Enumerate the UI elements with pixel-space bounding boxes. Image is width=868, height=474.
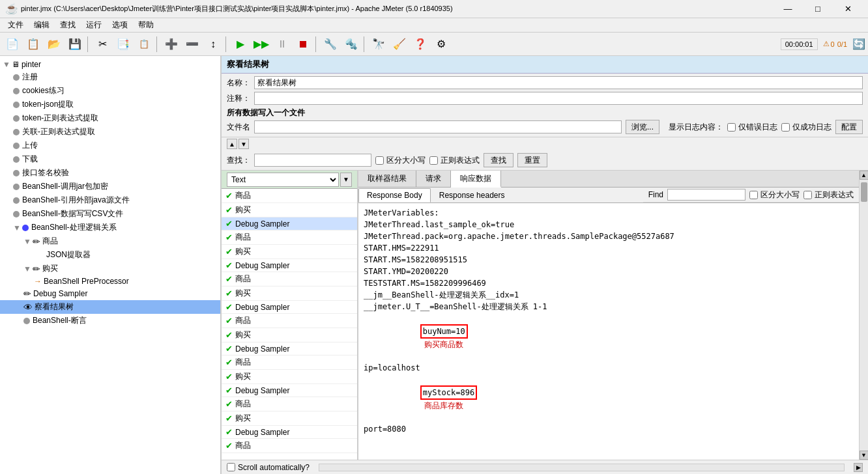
tab-sampler-result[interactable]: 取样器结果 <box>358 171 416 187</box>
find-case-checkbox[interactable] <box>749 191 758 199</box>
config-button[interactable]: 配置 <box>835 120 863 134</box>
close-button[interactable]: ✕ <box>833 0 863 18</box>
list-item[interactable]: ✔ Debug Sampler <box>222 426 357 439</box>
list-item[interactable]: ✔ 商品 <box>222 230 357 245</box>
menu-item-edit[interactable]: 编辑 <box>29 18 55 32</box>
tree-item-download[interactable]: 下载 <box>0 152 220 166</box>
paste-button[interactable]: 📋 <box>134 35 154 53</box>
hscroll-right-btn[interactable]: ▶ <box>854 463 863 472</box>
horizontal-scrollbar[interactable] <box>319 464 845 471</box>
list-item[interactable]: ✔ Debug Sampler <box>222 301 357 314</box>
search-button[interactable]: 查找 <box>484 153 514 167</box>
tab-request[interactable]: 请求 <box>416 171 451 187</box>
regex-checkbox[interactable] <box>429 156 438 165</box>
maximize-button[interactable]: □ <box>803 0 833 18</box>
settings-btn[interactable]: ⚙ <box>431 35 451 53</box>
list-item[interactable]: ✔ 商品 <box>222 439 357 453</box>
expand-button[interactable]: ➕ <box>162 35 181 53</box>
result-check-icon: ✔ <box>225 219 233 229</box>
list-item[interactable]: ✔ 商品 <box>222 314 357 328</box>
file-input[interactable] <box>254 120 622 133</box>
tree-item-buy[interactable]: ▼ ✏ 购买 <box>0 262 220 275</box>
list-item[interactable]: ✔ 购买 <box>222 245 357 259</box>
comment-input[interactable] <box>254 92 863 105</box>
menu-item-search[interactable]: 查找 <box>55 18 81 32</box>
view-type-select[interactable]: Text HTML JSON XML RegExp Tester <box>227 173 339 187</box>
list-item[interactable]: ✔ Debug Sampler <box>222 384 357 397</box>
find-input[interactable] <box>667 189 745 201</box>
open-button[interactable]: 📂 <box>44 35 64 53</box>
new-button[interactable]: 📄 <box>3 35 22 53</box>
scroll-thumb[interactable] <box>861 182 867 202</box>
browse-button[interactable]: 浏览... <box>626 120 659 134</box>
remote-run-button[interactable]: 🔧 <box>321 35 340 53</box>
tree-item-beanshell-jar[interactable]: BeanShell-调用jar包加密 <box>0 180 220 193</box>
list-item[interactable]: ✔ 商品 <box>222 397 357 411</box>
tree-item-token-regex[interactable]: token-正则表达式提取 <box>0 111 220 125</box>
tree-item-pinter[interactable]: ▼ 🖥 pinter <box>0 59 220 70</box>
tree-item-debug-sampler[interactable]: ✏ Debug Sampler <box>0 287 220 300</box>
run-button[interactable]: ▶ <box>231 35 250 53</box>
search-input[interactable] <box>254 154 371 167</box>
save-button[interactable]: 💾 <box>65 35 85 53</box>
toggle-button[interactable]: ↕ <box>203 35 223 53</box>
list-item[interactable]: ✔ 商品 <box>222 189 357 203</box>
scroll-top-btn[interactable]: ▲ <box>860 171 869 180</box>
tree-item-results-tree[interactable]: 👁 察看结果树 <box>0 300 220 314</box>
pause-button[interactable]: ⏸ <box>272 35 292 53</box>
tree-item-signature[interactable]: 接口签名校验 <box>0 166 220 180</box>
menu-item-options[interactable]: 选项 <box>107 18 133 32</box>
find-regex-checkbox[interactable] <box>803 191 812 199</box>
tree-item-beanshell-assert[interactable]: BeanShell-断言 <box>0 314 220 328</box>
tree-item-upload[interactable]: 上传 <box>0 139 220 152</box>
sub-tab-response-headers[interactable]: Response headers <box>431 188 514 202</box>
list-item[interactable]: ✔ 购买 <box>222 203 357 217</box>
tree-item-beanshell-csv[interactable]: BeanShell-数据写写CSV文件 <box>0 207 220 221</box>
tab-response-data[interactable]: 响应数据 <box>451 171 501 188</box>
only-success-checkbox[interactable] <box>781 123 790 132</box>
result-label: Debug Sampler <box>235 219 289 229</box>
tree-item-beanshell-java[interactable]: BeanShell-引用外部java源文件 <box>0 193 220 207</box>
tree-item-beanshell-logic[interactable]: ▼ BeanShell-处理逻辑关系 <box>0 221 220 234</box>
tree-item-register[interactable]: 注册 <box>0 70 220 84</box>
list-item[interactable]: ✔ 购买 <box>222 328 357 342</box>
tree-item-json-extractor[interactable]: JSON提取器 <box>0 248 220 262</box>
list-item[interactable]: ✔ 商品 <box>222 356 357 370</box>
list-item[interactable]: ✔ 购买 <box>222 411 357 426</box>
list-item[interactable]: ✔ 购买 <box>222 286 357 301</box>
scroll-bottom-btn[interactable]: ▼ <box>860 451 869 460</box>
help-btn[interactable]: ❓ <box>411 35 430 53</box>
scroll-down-btn[interactable]: ▼ <box>239 139 249 149</box>
collapse-button[interactable]: ➖ <box>182 35 202 53</box>
search-tree-button[interactable]: 🔭 <box>369 35 388 53</box>
run-no-pause-button[interactable]: ▶▶ <box>252 35 271 53</box>
name-input[interactable] <box>254 76 863 89</box>
only-error-checkbox[interactable] <box>727 123 736 132</box>
scroll-auto-checkbox[interactable] <box>227 463 235 471</box>
tree-item-cookies[interactable]: cookies练习 <box>0 84 220 98</box>
tree-item-beanshell-preprocessor[interactable]: → BeanShell PreProcessor <box>0 275 220 287</box>
reset-button[interactable]: 重置 <box>517 153 547 167</box>
case-sensitive-checkbox[interactable] <box>375 156 384 165</box>
dropdown-arrow[interactable]: ▼ <box>340 173 352 187</box>
template-button[interactable]: 📋 <box>23 35 43 53</box>
list-item[interactable]: ✔ 商品 <box>222 272 357 286</box>
remote-stop-button[interactable]: 🔩 <box>341 35 361 53</box>
minimize-button[interactable]: — <box>773 0 803 18</box>
tree-item-goods[interactable]: ▼ ✏ 商品 <box>0 234 220 248</box>
list-item[interactable]: ✔ Debug Sampler <box>222 342 357 356</box>
tree-item-token-json[interactable]: token-json提取 <box>0 98 220 111</box>
list-item-debug-selected[interactable]: ✔ Debug Sampler <box>222 217 357 230</box>
list-item[interactable]: ✔ 购买 <box>222 370 357 384</box>
sub-tab-response-body[interactable]: Response Body <box>358 188 431 202</box>
menu-item-help[interactable]: 帮助 <box>133 18 159 32</box>
copy-button[interactable]: 📑 <box>113 35 133 53</box>
clear-button[interactable]: 🧹 <box>390 35 409 53</box>
menu-item-run[interactable]: 运行 <box>81 18 107 32</box>
menu-item-file[interactable]: 文件 <box>3 18 29 32</box>
list-item[interactable]: ✔ Debug Sampler <box>222 259 357 272</box>
scroll-up-btn[interactable]: ▲ <box>227 139 237 149</box>
stop-button[interactable]: ⏹ <box>293 35 313 53</box>
cut-button[interactable]: ✂ <box>93 35 112 53</box>
tree-item-assoc-regex[interactable]: 关联-正则表达式提取 <box>0 125 220 139</box>
